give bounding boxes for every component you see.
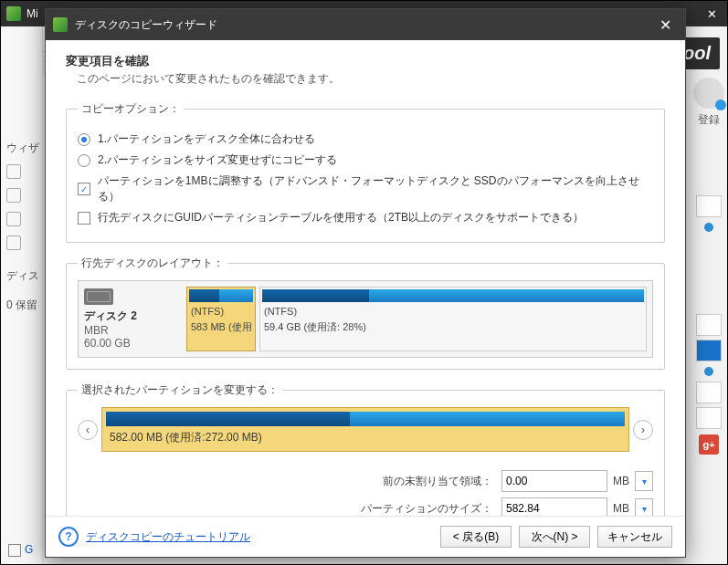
disk-icon: [84, 288, 113, 305]
thumb-3: [696, 340, 722, 361]
selected-partition-label: 582.00 MB (使用済:272.00 MB): [106, 426, 625, 445]
next-button[interactable]: 次へ(N) >: [519, 526, 590, 548]
option-no-resize[interactable]: 2.パーティションをサイズ変更せずにコピーする: [78, 152, 653, 168]
option-guid[interactable]: 行先ディスクにGUIDパーティションテーブルを使用する（2TB以上のディスクをサ…: [78, 210, 653, 225]
copy-disk-wizard-dialog: ディスクのコピーウィザード ✕ 変更項目を確認 このページにおいて変更されたもの…: [45, 8, 686, 558]
copy-options-legend: コピーオプション：: [78, 101, 184, 117]
avatar-icon[interactable]: [693, 78, 724, 109]
partition-2[interactable]: (NTFS) 59.4 GB (使用済: 28%): [259, 287, 647, 351]
dialog-close-button[interactable]: ✕: [652, 12, 678, 37]
help-icon[interactable]: ?: [58, 527, 79, 547]
dialog-footer: ? ディスクコピーのチュートリアル < 戻る(B) 次へ(N) > キャンセル: [46, 516, 685, 557]
input-before[interactable]: [501, 470, 607, 492]
bg-app-title: Mi: [26, 7, 38, 20]
thumb-1: [696, 195, 722, 217]
thumb-2: [696, 314, 722, 336]
unit-dropdown[interactable]: ▾: [635, 471, 653, 491]
bg-sidebar: ウィザ ディス 0 保留: [1, 26, 43, 564]
drive-icon: [6, 235, 21, 250]
bg-close-button[interactable]: ✕: [696, 1, 727, 26]
selected-partition[interactable]: 582.00 MB (使用済:272.00 MB): [101, 407, 629, 452]
cancel-button[interactable]: キャンセル: [597, 526, 672, 548]
label-before: 前の未割り当て領域：: [383, 474, 492, 489]
dialog-titlebar: ディスクのコピーウィザード ✕: [46, 9, 685, 40]
radio-icon: [78, 133, 90, 146]
wizard-icon: [53, 17, 68, 32]
tutorial-link[interactable]: ディスクコピーのチュートリアル: [86, 529, 250, 545]
back-button[interactable]: < 戻る(B): [440, 526, 512, 548]
page-subheading: このページにおいて変更されたものを確認できます。: [66, 71, 665, 87]
option-fit-disk[interactable]: 1.パーティションをディスク全体に合わせる: [78, 131, 653, 147]
radio-icon: [78, 154, 90, 167]
prev-partition-button[interactable]: ‹: [78, 420, 98, 440]
label-size: パーティションのサイズ：: [361, 501, 492, 517]
bg-gpt-row: G: [8, 543, 33, 557]
thumb-4: [696, 382, 722, 403]
dot-2: [704, 367, 713, 376]
change-partition-legend: 選択されたパーティションを変更する：: [78, 382, 282, 398]
app-icon: [6, 6, 21, 21]
bg-right-panel: 登録 g+: [691, 74, 727, 537]
dialog-title: ディスクのコピーウィザード: [75, 17, 217, 33]
checkbox-icon[interactable]: [8, 544, 21, 557]
doc-icon: [6, 164, 21, 179]
gplus-icon[interactable]: g+: [699, 434, 719, 455]
checkbox-icon: [78, 183, 90, 195]
clock-icon: [6, 188, 21, 203]
disk-info: ディスク 2 MBR 60.00 GB: [79, 281, 181, 357]
bg-signup-label[interactable]: 登録: [691, 112, 727, 128]
next-partition-button[interactable]: ›: [633, 420, 653, 440]
target-layout-group: 行先ディスクのレイアウト： ディスク 2 MBR 60.00 GB (NTFS)…: [66, 256, 665, 370]
target-layout-legend: 行先ディスクのレイアウト：: [78, 256, 227, 271]
unit-mb: MB: [613, 502, 629, 515]
unit-mb: MB: [613, 475, 629, 487]
page-heading: 変更項目を確認: [66, 53, 665, 69]
option-align-1mb[interactable]: パーティションを1MBに調整する（アドバンスド・フォーマットディスクと SSDの…: [78, 173, 653, 204]
copy-options-group: コピーオプション： 1.パーティションをディスク全体に合わせる 2.パーティショ…: [66, 101, 665, 243]
disk-layout-row: ディスク 2 MBR 60.00 GB (NTFS) 583 MB (使用 (N…: [78, 280, 653, 358]
copy-icon: [6, 212, 21, 226]
checkbox-icon: [78, 212, 90, 225]
change-partition-group: 選択されたパーティションを変更する： ‹ 582.00 MB (使用済:272.…: [66, 382, 665, 516]
input-size[interactable]: [501, 497, 607, 516]
partition-1[interactable]: (NTFS) 583 MB (使用: [186, 287, 256, 351]
thumb-5: [696, 407, 722, 429]
unit-dropdown[interactable]: ▾: [635, 498, 653, 516]
dot-1: [704, 223, 713, 232]
